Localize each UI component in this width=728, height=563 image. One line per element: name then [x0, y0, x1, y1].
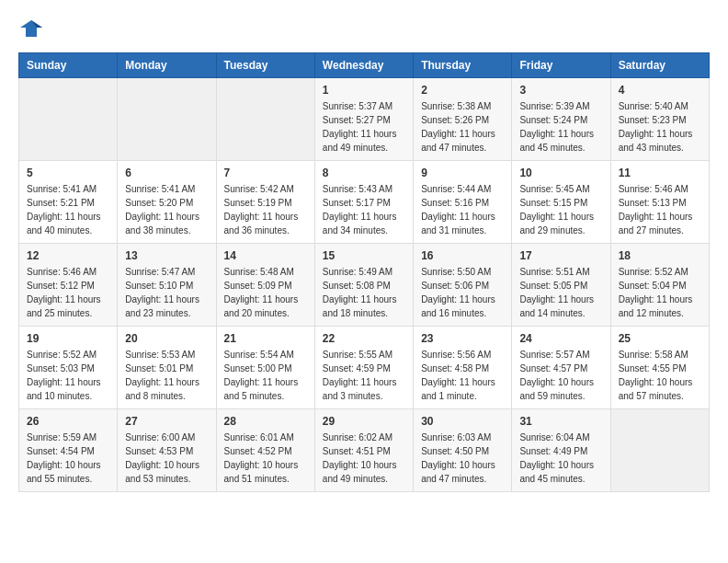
day-number: 2 [421, 84, 504, 97]
weekday-header-tuesday: Tuesday [216, 53, 314, 78]
day-info: Sunrise: 5:52 AMSunset: 5:03 PMDaylight:… [27, 350, 101, 401]
day-cell-18: 18Sunrise: 5:52 AMSunset: 5:04 PMDayligh… [610, 244, 709, 327]
day-number: 14 [224, 249, 307, 262]
day-cell-30: 30Sunrise: 6:03 AMSunset: 4:50 PMDayligh… [414, 409, 512, 492]
day-number: 22 [323, 332, 405, 345]
day-number: 3 [519, 84, 602, 97]
day-cell-3: 3Sunrise: 5:39 AMSunset: 5:24 PMDaylight… [512, 78, 610, 161]
day-number: 23 [421, 332, 504, 345]
day-cell-27: 27Sunrise: 6:00 AMSunset: 4:53 PMDayligh… [118, 409, 216, 492]
day-cell-20: 20Sunrise: 5:53 AMSunset: 5:01 PMDayligh… [118, 327, 216, 409]
weekday-header-monday: Monday [118, 53, 216, 78]
day-info: Sunrise: 5:37 AMSunset: 5:27 PMDaylight:… [323, 101, 397, 153]
day-number: 27 [125, 415, 208, 428]
day-info: Sunrise: 5:56 AMSunset: 4:58 PMDaylight:… [421, 350, 495, 401]
day-number: 10 [519, 167, 602, 179]
day-number: 26 [27, 415, 109, 428]
day-cell-23: 23Sunrise: 5:56 AMSunset: 4:58 PMDayligh… [414, 327, 512, 409]
day-number: 31 [519, 415, 602, 428]
weekday-header-wednesday: Wednesday [314, 53, 413, 78]
day-info: Sunrise: 5:57 AMSunset: 4:57 PMDaylight:… [519, 350, 594, 401]
calendar-table: SundayMondayTuesdayWednesdayThursdayFrid… [18, 52, 710, 492]
empty-cell [216, 78, 314, 161]
day-number: 20 [125, 332, 208, 345]
day-number: 9 [421, 167, 504, 179]
day-cell-14: 14Sunrise: 5:48 AMSunset: 5:09 PMDayligh… [216, 244, 314, 327]
day-cell-1: 1Sunrise: 5:37 AMSunset: 5:27 PMDaylight… [314, 78, 413, 161]
day-number: 30 [421, 415, 504, 428]
day-cell-16: 16Sunrise: 5:50 AMSunset: 5:06 PMDayligh… [414, 244, 512, 327]
day-info: Sunrise: 5:59 AMSunset: 4:54 PMDaylight:… [27, 432, 101, 484]
day-info: Sunrise: 5:51 AMSunset: 5:05 PMDaylight:… [519, 267, 594, 318]
logo-icon [18, 18, 44, 39]
weekday-header-thursday: Thursday [414, 53, 512, 78]
day-number: 19 [27, 332, 109, 345]
day-number: 11 [619, 167, 701, 179]
day-info: Sunrise: 5:45 AMSunset: 5:15 PMDaylight:… [519, 184, 594, 236]
day-number: 8 [323, 167, 405, 179]
day-cell-12: 12Sunrise: 5:46 AMSunset: 5:12 PMDayligh… [19, 244, 118, 327]
day-info: Sunrise: 5:46 AMSunset: 5:13 PMDaylight:… [619, 184, 693, 236]
day-number: 7 [224, 167, 307, 179]
day-number: 24 [519, 332, 602, 345]
day-info: Sunrise: 5:43 AMSunset: 5:17 PMDaylight:… [323, 184, 397, 236]
day-info: Sunrise: 5:42 AMSunset: 5:19 PMDaylight:… [224, 184, 299, 236]
day-info: Sunrise: 5:44 AMSunset: 5:16 PMDaylight:… [421, 184, 495, 236]
day-cell-29: 29Sunrise: 6:02 AMSunset: 4:51 PMDayligh… [314, 409, 413, 492]
day-number: 21 [224, 332, 307, 345]
day-cell-24: 24Sunrise: 5:57 AMSunset: 4:57 PMDayligh… [512, 327, 610, 409]
day-number: 17 [519, 249, 602, 262]
day-cell-11: 11Sunrise: 5:46 AMSunset: 5:13 PMDayligh… [610, 161, 709, 244]
day-number: 28 [224, 415, 307, 428]
day-number: 12 [27, 249, 109, 262]
empty-cell [610, 409, 709, 492]
day-cell-15: 15Sunrise: 5:49 AMSunset: 5:08 PMDayligh… [314, 244, 413, 327]
week-row-5: 26Sunrise: 5:59 AMSunset: 4:54 PMDayligh… [19, 409, 710, 492]
day-cell-21: 21Sunrise: 5:54 AMSunset: 5:00 PMDayligh… [216, 327, 314, 409]
day-info: Sunrise: 5:58 AMSunset: 4:55 PMDaylight:… [619, 350, 693, 401]
day-number: 15 [323, 249, 405, 262]
day-info: Sunrise: 6:02 AMSunset: 4:51 PMDaylight:… [323, 432, 397, 484]
weekday-header-row: SundayMondayTuesdayWednesdayThursdayFrid… [19, 53, 710, 78]
day-number: 18 [619, 249, 701, 262]
week-row-3: 12Sunrise: 5:46 AMSunset: 5:12 PMDayligh… [19, 244, 710, 327]
day-number: 5 [27, 167, 109, 179]
day-cell-2: 2Sunrise: 5:38 AMSunset: 5:26 PMDaylight… [414, 78, 512, 161]
day-number: 29 [323, 415, 405, 428]
day-cell-7: 7Sunrise: 5:42 AMSunset: 5:19 PMDaylight… [216, 161, 314, 244]
day-info: Sunrise: 6:04 AMSunset: 4:49 PMDaylight:… [519, 432, 594, 484]
day-number: 4 [619, 84, 701, 97]
day-number: 1 [323, 84, 405, 97]
day-number: 6 [125, 167, 208, 179]
svg-marker-0 [20, 20, 42, 37]
day-cell-5: 5Sunrise: 5:41 AMSunset: 5:21 PMDaylight… [19, 161, 118, 244]
day-cell-19: 19Sunrise: 5:52 AMSunset: 5:03 PMDayligh… [19, 327, 118, 409]
empty-cell [19, 78, 118, 161]
week-row-4: 19Sunrise: 5:52 AMSunset: 5:03 PMDayligh… [19, 327, 710, 409]
day-info: Sunrise: 5:49 AMSunset: 5:08 PMDaylight:… [323, 267, 397, 318]
day-info: Sunrise: 5:38 AMSunset: 5:26 PMDaylight:… [421, 101, 495, 153]
day-info: Sunrise: 5:41 AMSunset: 5:20 PMDaylight:… [125, 184, 199, 236]
day-info: Sunrise: 5:52 AMSunset: 5:04 PMDaylight:… [619, 267, 693, 318]
day-info: Sunrise: 5:47 AMSunset: 5:10 PMDaylight:… [125, 267, 199, 318]
day-info: Sunrise: 5:46 AMSunset: 5:12 PMDaylight:… [27, 267, 101, 318]
day-number: 13 [125, 249, 208, 262]
day-info: Sunrise: 5:39 AMSunset: 5:24 PMDaylight:… [519, 101, 594, 153]
logo [18, 18, 48, 39]
day-cell-28: 28Sunrise: 6:01 AMSunset: 4:52 PMDayligh… [216, 409, 314, 492]
page-header [18, 18, 710, 39]
day-info: Sunrise: 6:03 AMSunset: 4:50 PMDaylight:… [421, 432, 495, 484]
day-cell-22: 22Sunrise: 5:55 AMSunset: 4:59 PMDayligh… [314, 327, 413, 409]
day-info: Sunrise: 5:53 AMSunset: 5:01 PMDaylight:… [125, 350, 199, 401]
week-row-1: 1Sunrise: 5:37 AMSunset: 5:27 PMDaylight… [19, 78, 710, 161]
day-cell-26: 26Sunrise: 5:59 AMSunset: 4:54 PMDayligh… [19, 409, 118, 492]
day-info: Sunrise: 5:54 AMSunset: 5:00 PMDaylight:… [224, 350, 299, 401]
day-info: Sunrise: 5:50 AMSunset: 5:06 PMDaylight:… [421, 267, 495, 318]
day-cell-13: 13Sunrise: 5:47 AMSunset: 5:10 PMDayligh… [118, 244, 216, 327]
weekday-header-saturday: Saturday [610, 53, 709, 78]
weekday-header-sunday: Sunday [19, 53, 118, 78]
day-cell-8: 8Sunrise: 5:43 AMSunset: 5:17 PMDaylight… [314, 161, 413, 244]
day-cell-4: 4Sunrise: 5:40 AMSunset: 5:23 PMDaylight… [610, 78, 709, 161]
week-row-2: 5Sunrise: 5:41 AMSunset: 5:21 PMDaylight… [19, 161, 710, 244]
day-number: 16 [421, 249, 504, 262]
